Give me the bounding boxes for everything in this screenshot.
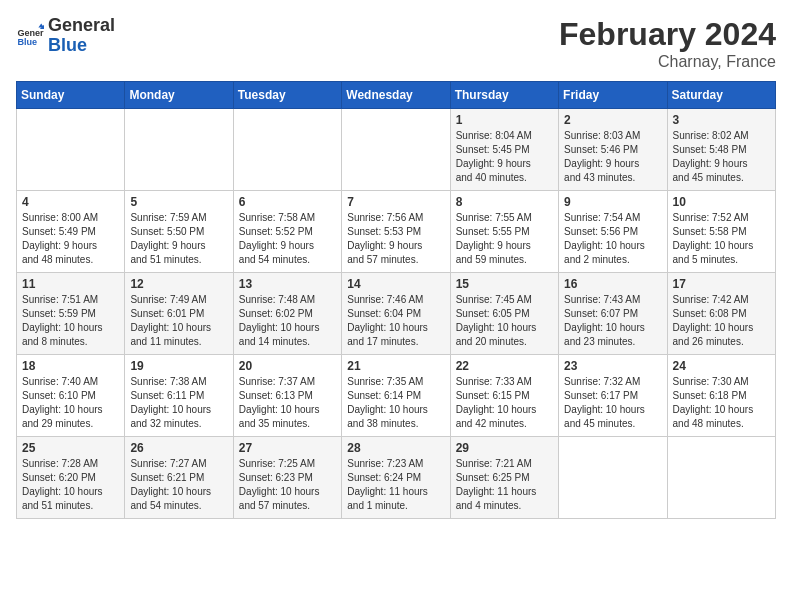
- calendar-cell: 9Sunrise: 7:54 AM Sunset: 5:56 PM Daylig…: [559, 191, 667, 273]
- day-number: 16: [564, 277, 661, 291]
- day-info: Sunrise: 7:43 AM Sunset: 6:07 PM Dayligh…: [564, 293, 661, 349]
- week-row-2: 4Sunrise: 8:00 AM Sunset: 5:49 PM Daylig…: [17, 191, 776, 273]
- calendar-cell: 18Sunrise: 7:40 AM Sunset: 6:10 PM Dayli…: [17, 355, 125, 437]
- day-info: Sunrise: 7:49 AM Sunset: 6:01 PM Dayligh…: [130, 293, 227, 349]
- day-info: Sunrise: 7:55 AM Sunset: 5:55 PM Dayligh…: [456, 211, 553, 267]
- weekday-header-row: SundayMondayTuesdayWednesdayThursdayFrid…: [17, 82, 776, 109]
- day-info: Sunrise: 7:51 AM Sunset: 5:59 PM Dayligh…: [22, 293, 119, 349]
- day-info: Sunrise: 7:33 AM Sunset: 6:15 PM Dayligh…: [456, 375, 553, 431]
- calendar-cell: 29Sunrise: 7:21 AM Sunset: 6:25 PM Dayli…: [450, 437, 558, 519]
- day-number: 9: [564, 195, 661, 209]
- day-info: Sunrise: 7:38 AM Sunset: 6:11 PM Dayligh…: [130, 375, 227, 431]
- calendar-cell: 6Sunrise: 7:58 AM Sunset: 5:52 PM Daylig…: [233, 191, 341, 273]
- day-number: 6: [239, 195, 336, 209]
- calendar-cell: 13Sunrise: 7:48 AM Sunset: 6:02 PM Dayli…: [233, 273, 341, 355]
- weekday-header-monday: Monday: [125, 82, 233, 109]
- calendar-cell: 5Sunrise: 7:59 AM Sunset: 5:50 PM Daylig…: [125, 191, 233, 273]
- calendar-cell: 20Sunrise: 7:37 AM Sunset: 6:13 PM Dayli…: [233, 355, 341, 437]
- calendar-cell: [17, 109, 125, 191]
- day-info: Sunrise: 7:58 AM Sunset: 5:52 PM Dayligh…: [239, 211, 336, 267]
- day-number: 18: [22, 359, 119, 373]
- day-number: 12: [130, 277, 227, 291]
- weekday-header-saturday: Saturday: [667, 82, 775, 109]
- calendar-cell: [559, 437, 667, 519]
- day-number: 29: [456, 441, 553, 455]
- calendar-cell: 26Sunrise: 7:27 AM Sunset: 6:21 PM Dayli…: [125, 437, 233, 519]
- day-info: Sunrise: 7:54 AM Sunset: 5:56 PM Dayligh…: [564, 211, 661, 267]
- weekday-header-tuesday: Tuesday: [233, 82, 341, 109]
- day-info: Sunrise: 7:30 AM Sunset: 6:18 PM Dayligh…: [673, 375, 770, 431]
- day-info: Sunrise: 7:25 AM Sunset: 6:23 PM Dayligh…: [239, 457, 336, 513]
- calendar-cell: 4Sunrise: 8:00 AM Sunset: 5:49 PM Daylig…: [17, 191, 125, 273]
- day-number: 13: [239, 277, 336, 291]
- day-number: 8: [456, 195, 553, 209]
- day-number: 27: [239, 441, 336, 455]
- calendar-cell: [342, 109, 450, 191]
- day-number: 28: [347, 441, 444, 455]
- day-info: Sunrise: 7:32 AM Sunset: 6:17 PM Dayligh…: [564, 375, 661, 431]
- week-row-3: 11Sunrise: 7:51 AM Sunset: 5:59 PM Dayli…: [17, 273, 776, 355]
- calendar-table: SundayMondayTuesdayWednesdayThursdayFrid…: [16, 81, 776, 519]
- day-number: 14: [347, 277, 444, 291]
- day-info: Sunrise: 7:59 AM Sunset: 5:50 PM Dayligh…: [130, 211, 227, 267]
- logo: General Blue GeneralBlue: [16, 16, 115, 56]
- day-info: Sunrise: 7:46 AM Sunset: 6:04 PM Dayligh…: [347, 293, 444, 349]
- day-number: 15: [456, 277, 553, 291]
- day-number: 25: [22, 441, 119, 455]
- calendar-cell: 3Sunrise: 8:02 AM Sunset: 5:48 PM Daylig…: [667, 109, 775, 191]
- calendar-cell: 27Sunrise: 7:25 AM Sunset: 6:23 PM Dayli…: [233, 437, 341, 519]
- calendar-cell: [667, 437, 775, 519]
- day-info: Sunrise: 7:21 AM Sunset: 6:25 PM Dayligh…: [456, 457, 553, 513]
- day-number: 24: [673, 359, 770, 373]
- location-subtitle: Charnay, France: [559, 53, 776, 71]
- day-number: 11: [22, 277, 119, 291]
- logo-icon: General Blue: [16, 22, 44, 50]
- calendar-cell: 14Sunrise: 7:46 AM Sunset: 6:04 PM Dayli…: [342, 273, 450, 355]
- calendar-cell: 2Sunrise: 8:03 AM Sunset: 5:46 PM Daylig…: [559, 109, 667, 191]
- weekday-header-thursday: Thursday: [450, 82, 558, 109]
- day-info: Sunrise: 7:40 AM Sunset: 6:10 PM Dayligh…: [22, 375, 119, 431]
- calendar-cell: 15Sunrise: 7:45 AM Sunset: 6:05 PM Dayli…: [450, 273, 558, 355]
- title-block: February 2024 Charnay, France: [559, 16, 776, 71]
- calendar-cell: 12Sunrise: 7:49 AM Sunset: 6:01 PM Dayli…: [125, 273, 233, 355]
- day-info: Sunrise: 8:00 AM Sunset: 5:49 PM Dayligh…: [22, 211, 119, 267]
- day-info: Sunrise: 8:04 AM Sunset: 5:45 PM Dayligh…: [456, 129, 553, 185]
- svg-text:Blue: Blue: [17, 37, 37, 47]
- day-number: 1: [456, 113, 553, 127]
- calendar-cell: 8Sunrise: 7:55 AM Sunset: 5:55 PM Daylig…: [450, 191, 558, 273]
- day-number: 23: [564, 359, 661, 373]
- calendar-cell: 16Sunrise: 7:43 AM Sunset: 6:07 PM Dayli…: [559, 273, 667, 355]
- day-info: Sunrise: 8:02 AM Sunset: 5:48 PM Dayligh…: [673, 129, 770, 185]
- calendar-cell: 17Sunrise: 7:42 AM Sunset: 6:08 PM Dayli…: [667, 273, 775, 355]
- calendar-cell: 10Sunrise: 7:52 AM Sunset: 5:58 PM Dayli…: [667, 191, 775, 273]
- day-number: 20: [239, 359, 336, 373]
- page-header: General Blue GeneralBlue February 2024 C…: [16, 16, 776, 71]
- day-number: 19: [130, 359, 227, 373]
- calendar-cell: [125, 109, 233, 191]
- day-number: 4: [22, 195, 119, 209]
- day-info: Sunrise: 8:03 AM Sunset: 5:46 PM Dayligh…: [564, 129, 661, 185]
- day-number: 17: [673, 277, 770, 291]
- day-number: 22: [456, 359, 553, 373]
- day-info: Sunrise: 7:45 AM Sunset: 6:05 PM Dayligh…: [456, 293, 553, 349]
- logo-text: GeneralBlue: [48, 16, 115, 56]
- day-info: Sunrise: 7:23 AM Sunset: 6:24 PM Dayligh…: [347, 457, 444, 513]
- calendar-cell: 7Sunrise: 7:56 AM Sunset: 5:53 PM Daylig…: [342, 191, 450, 273]
- calendar-cell: 23Sunrise: 7:32 AM Sunset: 6:17 PM Dayli…: [559, 355, 667, 437]
- week-row-5: 25Sunrise: 7:28 AM Sunset: 6:20 PM Dayli…: [17, 437, 776, 519]
- day-info: Sunrise: 7:37 AM Sunset: 6:13 PM Dayligh…: [239, 375, 336, 431]
- calendar-cell: 28Sunrise: 7:23 AM Sunset: 6:24 PM Dayli…: [342, 437, 450, 519]
- day-number: 7: [347, 195, 444, 209]
- week-row-1: 1Sunrise: 8:04 AM Sunset: 5:45 PM Daylig…: [17, 109, 776, 191]
- day-number: 10: [673, 195, 770, 209]
- day-info: Sunrise: 7:27 AM Sunset: 6:21 PM Dayligh…: [130, 457, 227, 513]
- calendar-cell: 21Sunrise: 7:35 AM Sunset: 6:14 PM Dayli…: [342, 355, 450, 437]
- weekday-header-sunday: Sunday: [17, 82, 125, 109]
- day-number: 3: [673, 113, 770, 127]
- calendar-cell: [233, 109, 341, 191]
- calendar-cell: 22Sunrise: 7:33 AM Sunset: 6:15 PM Dayli…: [450, 355, 558, 437]
- day-number: 2: [564, 113, 661, 127]
- day-info: Sunrise: 7:52 AM Sunset: 5:58 PM Dayligh…: [673, 211, 770, 267]
- day-number: 26: [130, 441, 227, 455]
- calendar-cell: 24Sunrise: 7:30 AM Sunset: 6:18 PM Dayli…: [667, 355, 775, 437]
